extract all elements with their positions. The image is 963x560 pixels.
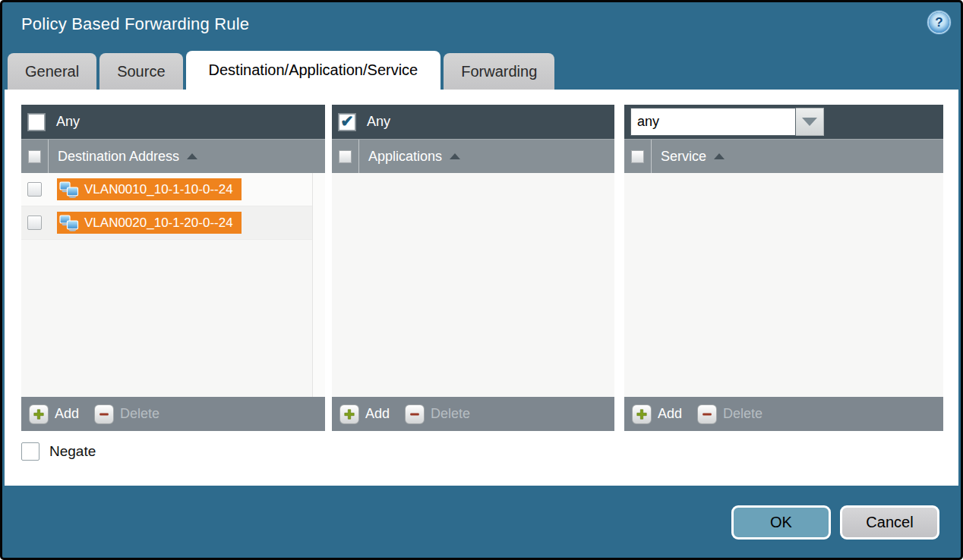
- applications-panel: ✔ Any Applications Add: [332, 105, 614, 431]
- negate-checkbox[interactable]: [21, 442, 39, 461]
- negate-label: Negate: [49, 443, 96, 460]
- service-panel: any Service Add: [624, 105, 943, 431]
- applications-any-checkbox[interactable]: ✔: [339, 114, 355, 131]
- service-dropdown-row: any: [624, 105, 943, 139]
- delete-button-label: Delete: [120, 406, 159, 422]
- destination-scrollbar[interactable]: [312, 173, 325, 397]
- applications-footer-bar: Add Delete: [332, 397, 614, 431]
- sort-ascending-icon: [714, 153, 725, 159]
- service-dropdown-button[interactable]: [796, 108, 824, 136]
- address-item[interactable]: VLAN0010_10-1-10-0--24: [57, 178, 242, 200]
- service-delete-button[interactable]: Delete: [697, 404, 763, 424]
- destination-any-checkbox[interactable]: [28, 114, 45, 131]
- check-icon: ✔: [340, 113, 354, 129]
- applications-add-button[interactable]: Add: [339, 404, 390, 424]
- plus-icon: [339, 404, 359, 424]
- service-column-header[interactable]: Service: [661, 149, 706, 165]
- address-item[interactable]: VLAN0020_10-1-20-0--24: [57, 212, 242, 234]
- applications-any-label: Any: [367, 114, 390, 130]
- policy-based-forwarding-rule-dialog: Policy Based Forwarding Rule ? General S…: [0, 0, 963, 560]
- service-list-body: [624, 173, 943, 397]
- address-item-label: VLAN0020_10-1-20-0--24: [84, 216, 233, 231]
- table-row: VLAN0010_10-1-10-0--24: [21, 173, 325, 206]
- destination-any-label: Any: [56, 114, 80, 130]
- address-group-icon: [59, 181, 79, 198]
- destination-address-panel: Any Destination Address: [21, 105, 325, 431]
- negate-row: Negate: [21, 442, 96, 461]
- destination-address-column-header[interactable]: Destination Address: [58, 149, 179, 165]
- cancel-button[interactable]: Cancel: [840, 505, 939, 540]
- service-footer-bar: Add Delete: [624, 397, 943, 431]
- sort-ascending-icon: [187, 153, 197, 159]
- minus-icon: [405, 404, 425, 424]
- service-add-button[interactable]: Add: [632, 404, 682, 424]
- destination-select-all-checkbox[interactable]: [28, 150, 41, 163]
- tab-bar: General Source Destination/Application/S…: [8, 51, 554, 90]
- divider: [358, 140, 359, 173]
- service-dropdown-value[interactable]: any: [630, 108, 796, 136]
- delete-button-label: Delete: [431, 406, 470, 422]
- tab-destination-application-service[interactable]: Destination/Application/Service: [186, 51, 441, 90]
- applications-select-all-checkbox[interactable]: [339, 150, 352, 163]
- tab-forwarding[interactable]: Forwarding: [444, 53, 554, 90]
- add-button-label: Add: [55, 406, 79, 422]
- minus-icon: [94, 404, 114, 424]
- service-dropdown[interactable]: any: [630, 108, 824, 136]
- minus-icon: [697, 404, 717, 424]
- destination-add-button[interactable]: Add: [29, 404, 79, 424]
- delete-button-label: Delete: [723, 406, 763, 422]
- chevron-down-icon: [802, 118, 817, 126]
- destination-list-body: VLAN0010_10-1-10-0--24: [21, 173, 325, 397]
- applications-column-header-row: Applications: [332, 139, 614, 173]
- address-group-icon: [59, 215, 79, 231]
- destination-footer-bar: Add Delete: [21, 397, 325, 431]
- add-button-label: Add: [658, 406, 682, 422]
- address-item-label: VLAN0010_10-1-10-0--24: [84, 182, 233, 197]
- divider: [48, 140, 49, 173]
- add-button-label: Add: [365, 406, 390, 422]
- row-checkbox[interactable]: [27, 216, 42, 230]
- applications-any-row: ✔ Any: [332, 105, 614, 139]
- tab-source[interactable]: Source: [99, 53, 182, 90]
- applications-column-header[interactable]: Applications: [368, 149, 442, 165]
- table-row: VLAN0020_10-1-20-0--24: [21, 206, 325, 240]
- service-column-header-row: Service: [624, 139, 943, 173]
- destination-delete-button[interactable]: Delete: [94, 404, 159, 424]
- ok-button[interactable]: OK: [731, 505, 831, 540]
- help-icon[interactable]: ?: [929, 12, 949, 33]
- sort-ascending-icon: [450, 153, 460, 159]
- plus-icon: [632, 404, 652, 424]
- tab-general[interactable]: General: [8, 53, 96, 90]
- destination-column-header-row: Destination Address: [21, 139, 325, 173]
- applications-delete-button[interactable]: Delete: [405, 404, 470, 424]
- service-select-all-checkbox[interactable]: [631, 150, 644, 163]
- applications-list-body: [332, 173, 614, 397]
- plus-icon: [29, 404, 49, 424]
- divider: [651, 140, 652, 173]
- dialog-title: Policy Based Forwarding Rule: [21, 14, 249, 34]
- row-checkbox[interactable]: [27, 182, 42, 197]
- destination-any-row: Any: [21, 105, 325, 139]
- tab-content-panel: Any Destination Address: [5, 90, 958, 486]
